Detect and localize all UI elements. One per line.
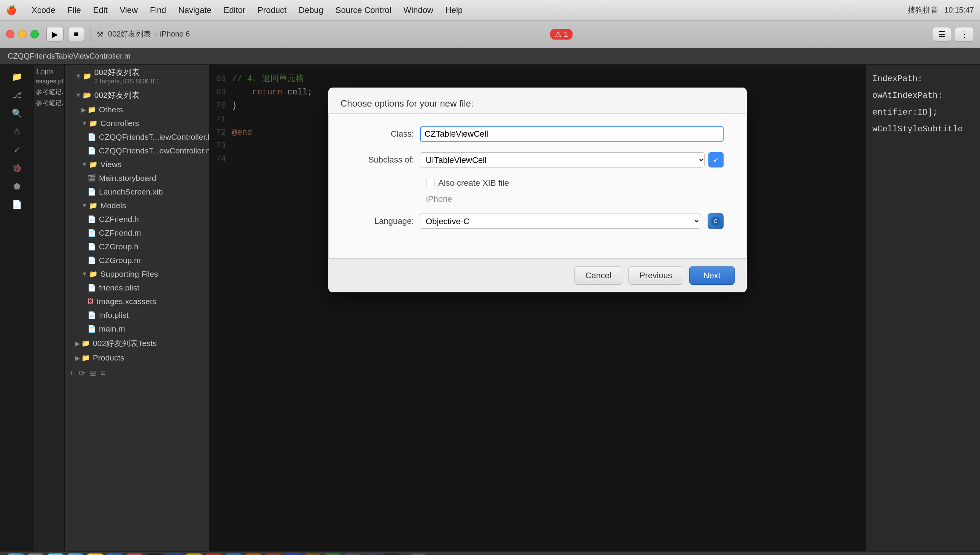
menu-product[interactable]: Product (257, 5, 286, 15)
menu-debug[interactable]: Debug (299, 5, 323, 15)
sidebar-file-ctrm[interactable]: 📄 CZQQFriendsT...ewController.m (65, 144, 209, 157)
menu-xcode[interactable]: Xcode (32, 5, 55, 15)
toolbar: ▶ ■ ⚒ 002好友列表 › iPhone 6 ⚠ 1 ☰ ⋮ (0, 21, 980, 48)
dock-screen3-icon[interactable]: ⬛ (384, 553, 400, 555)
mini-sidebar-test-icon[interactable]: ✓ (7, 141, 27, 158)
sidebar-file-czfriend-h[interactable]: 📄CZFriend.h (65, 212, 209, 226)
sidebar-file-main-m[interactable]: 📄main.m (65, 322, 209, 336)
sidebar-file-ctrh[interactable]: 📄 CZQQFriendsT...iewController.h (65, 130, 209, 144)
content-titlebar: CZQQFriendsTableViewController.m (0, 48, 980, 65)
breadcrumb-project[interactable]: 002好友列表 (108, 29, 151, 39)
sidebar-history-button[interactable]: ⟳ (79, 369, 85, 378)
subclass-select[interactable]: UITableViewCell UIViewController UIView … (420, 152, 705, 167)
dock-finder-icon[interactable]: 🖥 (8, 553, 24, 555)
dock-xcode-icon[interactable]: ⚒ (107, 553, 123, 555)
dock-spotlight-icon[interactable]: 🔍 (47, 553, 64, 555)
code-editor-area: 68 // 4. 返回单元格 69 return cell; 70 } 71 7… (209, 65, 866, 551)
left-file-2[interactable]: 参考笔记.m (36, 88, 63, 96)
subclass-label: Subclass of: (352, 155, 420, 165)
sidebar-file-czgroup-m[interactable]: 📄CZGroup.m (65, 253, 209, 267)
sidebar-item-others[interactable]: ▶ 📁 Others (65, 103, 209, 117)
mini-sidebar-git-icon[interactable]: ⎇ (7, 87, 27, 104)
dock-screen1-icon[interactable]: 📱 (344, 553, 361, 555)
mini-sidebar-breakpoint-icon[interactable]: ⬟ (7, 178, 27, 195)
sidebar-file-czgroup-h[interactable]: 📄CZGroup.h (65, 240, 209, 253)
right-panel-code: IndexPath: owAtIndexPath: entifier:ID]; … (872, 71, 974, 138)
left-file-1[interactable]: ssages.plist (36, 78, 63, 85)
dock-terminal-icon[interactable]: ⬛ (146, 553, 163, 555)
dock-filezilla-icon[interactable]: 📂 (245, 553, 262, 555)
breadcrumb-device[interactable]: iPhone 6 (160, 30, 190, 38)
sidebar-add-button[interactable]: + (69, 368, 74, 378)
dock-notes-icon[interactable]: 📝 (87, 553, 104, 555)
right-inspector-panel: IndexPath: owAtIndexPath: entifier:ID]; … (866, 65, 980, 551)
dock-word-icon[interactable]: 🔨 (285, 553, 301, 555)
menu-editor[interactable]: Editor (224, 5, 245, 15)
dock-pencil-icon[interactable]: ✏ (324, 553, 341, 555)
panel-right-button[interactable]: ⋮ (955, 27, 974, 42)
left-file-0[interactable]: 1.pptx (36, 68, 63, 75)
dock-pycharm-icon[interactable]: 🐍 (185, 553, 202, 555)
cancel-button[interactable]: Cancel (574, 266, 622, 285)
previous-button[interactable]: Previous (628, 266, 683, 285)
mini-sidebar-warning-icon[interactable]: ⚠ (7, 124, 27, 140)
dock-screen2-icon[interactable]: 🖥 (364, 553, 380, 555)
mini-sidebar-search-icon[interactable]: 🔍 (7, 105, 27, 122)
separator-1 (90, 27, 91, 42)
dock-music-icon[interactable]: 🎵 (304, 553, 321, 555)
maximize-button[interactable] (30, 30, 39, 38)
dock-tool1-icon[interactable]: 🔨 (265, 553, 281, 555)
sidebar-item-tests[interactable]: ▶ 📁 002好友列表Tests (65, 336, 209, 351)
class-row: Class: (352, 127, 724, 141)
sidebar-file-czfriend-m[interactable]: 📄CZFriend.m (65, 226, 209, 240)
mini-sidebar-debug-icon[interactable]: 🐞 (7, 160, 27, 176)
stop-button[interactable]: ■ (68, 27, 84, 41)
menu-help[interactable]: Help (446, 5, 463, 15)
mini-sidebar-report-icon[interactable]: 📄 (7, 196, 27, 213)
sidebar-file-launchscreen[interactable]: 📄 LaunchScreen.xib (65, 185, 209, 199)
menu-find[interactable]: Find (150, 5, 166, 15)
sidebar-project-root[interactable]: ▼ 📁 002好友列表 2 targets, iOS SDK 8.1 (65, 65, 209, 88)
sidebar-item-models[interactable]: ▼ 📁 Models (65, 199, 209, 212)
menu-view[interactable]: View (120, 5, 138, 15)
sidebar-filter-button[interactable]: ≡ (101, 369, 106, 378)
close-button[interactable] (6, 30, 14, 38)
mini-sidebar-folder-icon[interactable]: 📁 (7, 69, 27, 85)
xib-checkbox-row: Also create XIB file (352, 178, 724, 188)
dock-browser-icon[interactable]: 🌍 (225, 553, 242, 555)
subclass-confirm-btn[interactable]: ✓ (708, 152, 724, 167)
dock-onenote-icon[interactable]: N (126, 553, 143, 555)
xib-checkbox[interactable] (426, 179, 435, 187)
dock-safari-icon[interactable]: 🌐 (67, 553, 84, 555)
apple-menu[interactable]: 🍎 (6, 5, 16, 15)
next-button[interactable]: Next (689, 266, 735, 285)
menu-source-control[interactable]: Source Control (336, 5, 392, 15)
language-select[interactable]: Objective-C Swift (420, 213, 700, 229)
sidebar-file-mainstoryboard[interactable]: 🎬 Main.storyboard (65, 171, 209, 185)
class-input[interactable] (420, 127, 724, 141)
menu-edit[interactable]: Edit (93, 5, 108, 15)
run-button[interactable]: ▶ (46, 27, 64, 42)
sidebar-item-views[interactable]: ▼ 📁 Views (65, 157, 209, 171)
sidebar-file-friends-plist[interactable]: 📄friends.plist (65, 281, 209, 295)
dock: 🖥 ⚙ 🔍 🌐 📝 ⚒ N ⬛ 🔧 🐍 ✂ 🌍 📂 🔨 🔨 🎵 ✏ 📱 🖥 ⬛ … (0, 551, 980, 555)
sidebar-file-info-plist[interactable]: 📄Info.plist (65, 308, 209, 322)
sidebar-item-controllers[interactable]: ▼ 📁 Controllers (65, 117, 209, 130)
sidebar-item-supporting-files[interactable]: ▼ 📁 Supporting Files (65, 267, 209, 281)
dock-sourcetree-icon[interactable]: 🔧 (166, 553, 182, 555)
dock-sysprefs-icon[interactable]: ⚙ (27, 553, 44, 555)
menu-window[interactable]: Window (404, 5, 433, 15)
left-files-panel: 1.pptx ssages.plist 参考笔记.m 参考笔记.m (34, 65, 65, 551)
menu-file[interactable]: File (67, 5, 81, 15)
menu-navigate[interactable]: Navigate (178, 5, 211, 15)
dock-scissors-icon[interactable]: ✂ (205, 553, 222, 555)
left-file-3[interactable]: 参考笔记.m (36, 99, 63, 107)
dock-trash-icon[interactable]: 🗑 (410, 553, 427, 555)
sidebar-main-folder[interactable]: ▼ 📂 002好友列表 (65, 88, 209, 103)
sidebar-layout-button[interactable]: ⊞ (90, 369, 96, 378)
minimize-button[interactable] (18, 30, 27, 38)
sidebar-item-products[interactable]: ▶ 📁 Products (65, 351, 209, 365)
sidebar-file-images-xcassets[interactable]: 🖼Images.xcassets (65, 295, 209, 308)
panel-left-button[interactable]: ☰ (933, 27, 951, 42)
language-row: Language: Objective-C Swift C (352, 213, 724, 229)
